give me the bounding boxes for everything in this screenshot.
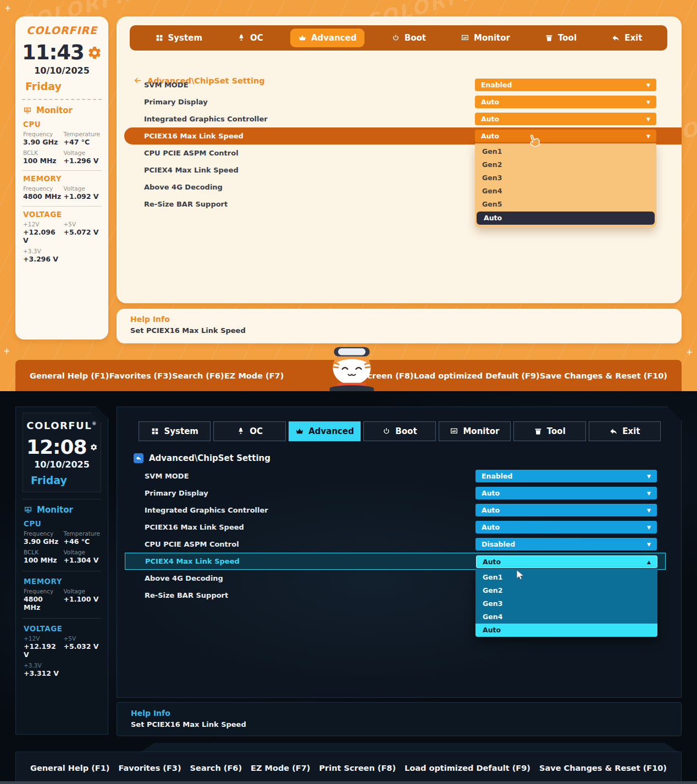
tab-label: Monitor — [474, 33, 510, 43]
stat-label: Voltage — [64, 588, 102, 594]
setting-label: Integrated Graphics Controller — [145, 506, 268, 514]
dropdown-option[interactable]: Gen3 — [475, 171, 656, 185]
hotkey-general-help[interactable]: General Help (F1) — [30, 371, 109, 380]
tab-monitor[interactable]: Monitor — [453, 29, 518, 47]
hotkey-print-screen[interactable]: Print Screen (F8) — [319, 764, 396, 772]
dropdown-value: Auto — [481, 115, 499, 123]
hotkey-save-reset[interactable]: Save Changes & Reset (F10) — [539, 764, 667, 772]
bios-screen: COLORFIRE COLORFIRE COLORFIRE + + + COLO… — [0, 0, 697, 784]
setting-dropdown-open[interactable]: Auto▼ — [475, 130, 656, 142]
tab-boot[interactable]: Boot — [363, 421, 435, 441]
stat-value: +1.092 V — [64, 192, 102, 201]
tab-label: Advanced — [308, 426, 354, 436]
divider — [23, 618, 101, 619]
setting-row-pciex16-selected[interactable]: PCIEX16 Max Link Speed Auto▼ Gen1 Gen2 G… — [124, 127, 682, 144]
tab-advanced[interactable]: Advanced — [290, 29, 364, 47]
hotkey-load-default[interactable]: Load optimized Default (F9) — [414, 371, 540, 380]
hotkey-general-help[interactable]: General Help (F1) — [30, 764, 109, 772]
crown-icon — [295, 427, 304, 436]
setting-dropdown[interactable]: Enabled▼ — [475, 470, 657, 482]
setting-row-pciex4-selected[interactable]: PCIEX4 Max Link Speed Auto▲ Gen1 Gen2 Ge… — [125, 553, 666, 570]
dropdown-option[interactable]: Gen1 — [475, 145, 656, 158]
help-info-text: Set PCIEX16 Max Link Speed — [130, 326, 668, 335]
tab-boot[interactable]: Boot — [384, 29, 434, 47]
footer-backplate — [140, 743, 679, 752]
tab-system[interactable]: System — [147, 29, 210, 47]
setting-row-primary-display[interactable]: Primary Display Auto▼ — [124, 93, 682, 110]
stat-value: +5.032 V — [64, 642, 102, 650]
dropdown-value: Enabled — [481, 81, 512, 89]
tab-system[interactable]: System — [139, 421, 211, 441]
tab-tool[interactable]: Tool — [537, 29, 584, 47]
hotkey-favorites[interactable]: Favorites (F3) — [109, 371, 172, 380]
main-panel: System OC Advanced Boot Monitor Tool Exi… — [117, 16, 682, 303]
dropdown-option-selected[interactable]: Auto — [475, 624, 657, 637]
stat-label: +3.3V — [23, 248, 62, 254]
back-arrow-icon[interactable] — [134, 453, 143, 463]
dropdown-option[interactable]: Gen4 — [475, 610, 657, 624]
setting-dropdown-open[interactable]: Auto▲ — [476, 555, 657, 568]
stat-label: +12V — [23, 221, 62, 227]
dropdown-option[interactable]: Gen4 — [475, 185, 656, 198]
toolbox-icon — [534, 427, 543, 436]
decorative-plus: + — [686, 347, 693, 357]
setting-row-svm-mode[interactable]: SVM MODE Enabled▼ — [124, 76, 682, 93]
hotkey-ez-mode[interactable]: EZ Mode (F7) — [224, 371, 284, 380]
setting-label: Re-Size BAR Support — [145, 591, 228, 599]
dropdown-option[interactable]: Gen3 — [475, 597, 657, 610]
dropdown-option[interactable]: Gen1 — [475, 571, 657, 584]
setting-label: SVM MODE — [144, 81, 189, 89]
dropdown-value: Auto — [482, 506, 500, 514]
dropdown-option[interactable]: Gen2 — [475, 158, 656, 171]
memory-section: MEMORY Frequency4800 MHz Voltage+1.092 V — [22, 174, 102, 201]
tab-tool[interactable]: Tool — [513, 421, 585, 441]
dropdown-option-selected[interactable]: Auto — [477, 212, 655, 225]
hotkey-load-default[interactable]: Load optimized Default (F9) — [405, 764, 530, 772]
tab-label: Tool — [558, 33, 577, 43]
dropdown-option[interactable]: Gen5 — [475, 198, 656, 211]
chevron-down-icon: ▼ — [647, 474, 651, 479]
hotkey-favorites[interactable]: Favorites (F3) — [119, 764, 181, 772]
tab-exit[interactable]: Exit — [604, 29, 650, 47]
tab-bar: System OC Advanced Boot Monitor Tool Exi… — [130, 25, 667, 51]
hotkey-save-reset[interactable]: Save Changes & Reset (F10) — [540, 371, 667, 380]
grid-icon — [151, 427, 159, 436]
setting-dropdown[interactable]: Disabled▼ — [475, 538, 657, 551]
setting-dropdown[interactable]: Enabled▼ — [475, 79, 656, 91]
cpu-title: CPU — [23, 120, 102, 129]
setting-dropdown[interactable]: Auto▼ — [475, 113, 656, 125]
tab-oc[interactable]: OC — [229, 29, 271, 47]
memory-section: MEMORY Frequency4800 MHz Voltage+1.100 V — [23, 577, 101, 611]
setting-row-igc[interactable]: Integrated Graphics Controller Auto▼ — [125, 502, 666, 519]
grid-icon — [155, 34, 164, 42]
setting-row-svm-mode[interactable]: SVM MODE Enabled▼ — [125, 468, 666, 485]
setting-dropdown[interactable]: Auto▼ — [475, 487, 657, 499]
tab-label: Boot — [405, 33, 426, 43]
tab-advanced[interactable]: Advanced — [289, 421, 361, 441]
tab-label: OC — [250, 33, 263, 43]
setting-dropdown[interactable]: Auto▼ — [475, 521, 657, 533]
setting-row-primary-display[interactable]: Primary Display Auto▼ — [125, 485, 666, 502]
sidebar: COLORFUL® 12:08 10/10/2025 Friday Monito… — [15, 407, 108, 735]
colorfire-theme-half: COLORFIRE COLORFIRE COLORFIRE + + + COLO… — [0, 0, 697, 391]
hotkey-search[interactable]: Search (F6) — [190, 764, 242, 772]
chart-icon — [461, 34, 469, 42]
stat-label: +3.3V — [24, 662, 62, 669]
setting-dropdown[interactable]: Auto▼ — [475, 504, 657, 516]
stat-label: Temperature — [64, 530, 102, 537]
tab-exit[interactable]: Exit — [589, 421, 661, 441]
decorative-plus: + — [4, 3, 12, 13]
tab-oc[interactable]: OC — [213, 421, 285, 441]
setting-row-igc[interactable]: Integrated Graphics Controller Auto▼ — [124, 110, 682, 127]
dropdown-option[interactable]: Gen2 — [475, 584, 657, 597]
sidebar: COLORFIRE 11:43 10/10/2025 Friday Monito… — [15, 16, 108, 340]
setting-row-pciex16[interactable]: PCIEX16 Max Link Speed Auto▼ — [125, 519, 666, 536]
help-info-panel: Help Info Set PCIEX16 Max Link Speed — [117, 309, 682, 343]
clock-day: Friday — [31, 474, 97, 486]
setting-row-cpu-pcie-aspm[interactable]: CPU PCIE ASPM Control Disabled▼ — [125, 536, 666, 553]
hotkey-search[interactable]: Search (F6) — [172, 371, 224, 380]
divider — [22, 170, 102, 171]
hotkey-ez-mode[interactable]: EZ Mode (F7) — [251, 764, 310, 772]
setting-dropdown[interactable]: Auto▼ — [475, 96, 656, 108]
tab-monitor[interactable]: Monitor — [439, 421, 511, 441]
